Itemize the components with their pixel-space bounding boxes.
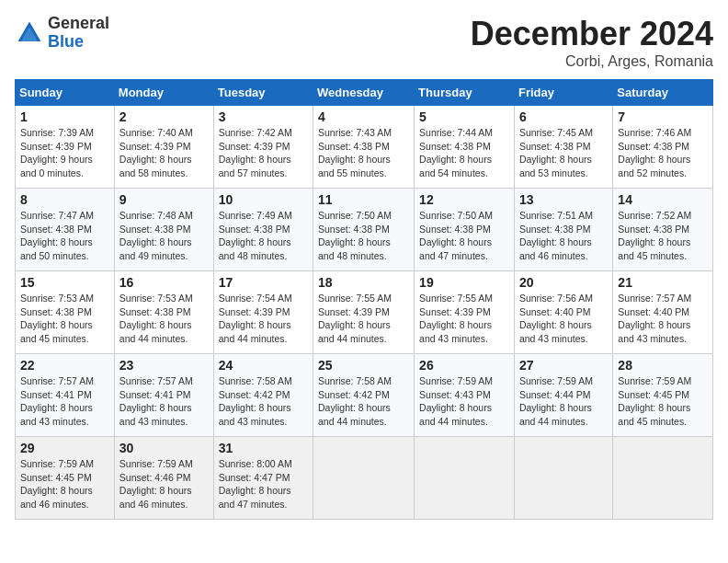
- day-number: 3: [219, 109, 308, 124]
- calendar-cell: 9Sunrise: 7:48 AMSunset: 4:38 PMDaylight…: [114, 189, 213, 271]
- logo-text: General Blue: [48, 15, 109, 52]
- day-info: Sunrise: 7:58 AMSunset: 4:42 PMDaylight:…: [318, 374, 409, 429]
- day-number: 26: [419, 358, 509, 373]
- calendar-cell: [514, 437, 612, 520]
- day-info: Sunrise: 7:53 AMSunset: 4:38 PMDaylight:…: [20, 292, 109, 346]
- month-title: December 2024: [471, 15, 713, 53]
- day-number: 5: [419, 109, 509, 124]
- calendar-cell: [415, 437, 515, 520]
- day-number: 11: [318, 192, 409, 207]
- day-number: 18: [318, 275, 409, 290]
- day-number: 2: [119, 109, 209, 124]
- calendar-week-row: 8Sunrise: 7:47 AMSunset: 4:38 PMDaylight…: [16, 189, 713, 271]
- day-number: 23: [119, 358, 209, 373]
- calendar-cell: 28Sunrise: 7:59 AMSunset: 4:45 PMDayligh…: [613, 354, 713, 437]
- day-info: Sunrise: 7:43 AMSunset: 4:38 PMDaylight:…: [318, 126, 409, 180]
- calendar-cell: [313, 437, 415, 520]
- header-cell-monday: Monday: [114, 80, 213, 106]
- logo-icon: [15, 18, 44, 48]
- calendar-cell: 17Sunrise: 7:54 AMSunset: 4:39 PMDayligh…: [213, 271, 313, 354]
- calendar-week-row: 1Sunrise: 7:39 AMSunset: 4:39 PMDaylight…: [16, 106, 713, 189]
- calendar-cell: 23Sunrise: 7:57 AMSunset: 4:41 PMDayligh…: [114, 354, 213, 437]
- calendar-week-row: 15Sunrise: 7:53 AMSunset: 4:38 PMDayligh…: [16, 271, 713, 354]
- day-number: 27: [519, 358, 608, 373]
- day-info: Sunrise: 7:56 AMSunset: 4:40 PMDaylight:…: [519, 292, 608, 346]
- day-info: Sunrise: 7:39 AMSunset: 4:39 PMDaylight:…: [20, 126, 109, 180]
- day-number: 15: [20, 275, 109, 290]
- calendar-cell: 26Sunrise: 7:59 AMSunset: 4:43 PMDayligh…: [415, 354, 515, 437]
- day-info: Sunrise: 7:47 AMSunset: 4:38 PMDaylight:…: [20, 209, 109, 263]
- day-number: 21: [618, 275, 708, 290]
- header-cell-sunday: Sunday: [16, 80, 115, 106]
- calendar-cell: 10Sunrise: 7:49 AMSunset: 4:38 PMDayligh…: [213, 189, 313, 271]
- calendar-cell: 5Sunrise: 7:44 AMSunset: 4:38 PMDaylight…: [415, 106, 515, 189]
- calendar-week-row: 22Sunrise: 7:57 AMSunset: 4:41 PMDayligh…: [16, 354, 713, 437]
- calendar-cell: 6Sunrise: 7:45 AMSunset: 4:38 PMDaylight…: [514, 106, 612, 189]
- day-number: 20: [519, 275, 608, 290]
- day-number: 7: [618, 109, 708, 124]
- day-number: 19: [419, 275, 509, 290]
- day-info: Sunrise: 7:51 AMSunset: 4:38 PMDaylight:…: [519, 209, 608, 263]
- day-info: Sunrise: 7:42 AMSunset: 4:39 PMDaylight:…: [219, 126, 308, 180]
- day-number: 25: [318, 358, 409, 373]
- day-number: 28: [618, 358, 708, 373]
- header-cell-thursday: Thursday: [415, 80, 515, 106]
- day-info: Sunrise: 7:50 AMSunset: 4:38 PMDaylight:…: [419, 209, 509, 263]
- calendar-cell: 14Sunrise: 7:52 AMSunset: 4:38 PMDayligh…: [613, 189, 713, 271]
- calendar-cell: 29Sunrise: 7:59 AMSunset: 4:45 PMDayligh…: [16, 437, 115, 520]
- day-number: 30: [119, 441, 209, 455]
- day-number: 4: [318, 109, 409, 124]
- day-number: 10: [219, 192, 308, 207]
- day-info: Sunrise: 7:48 AMSunset: 4:38 PMDaylight:…: [119, 209, 209, 263]
- calendar-week-row: 29Sunrise: 7:59 AMSunset: 4:45 PMDayligh…: [16, 437, 713, 520]
- day-number: 14: [618, 192, 708, 207]
- day-number: 29: [20, 441, 109, 455]
- calendar-cell: 2Sunrise: 7:40 AMSunset: 4:39 PMDaylight…: [114, 106, 213, 189]
- day-info: Sunrise: 7:59 AMSunset: 4:43 PMDaylight:…: [419, 374, 509, 429]
- calendar-cell: 21Sunrise: 7:57 AMSunset: 4:40 PMDayligh…: [613, 271, 713, 354]
- page-header: General Blue December 2024 Corbi, Arges,…: [15, 15, 713, 70]
- day-number: 24: [219, 358, 308, 373]
- logo-general: General: [48, 14, 109, 32]
- day-info: Sunrise: 7:59 AMSunset: 4:46 PMDaylight:…: [119, 457, 209, 511]
- calendar-cell: 19Sunrise: 7:55 AMSunset: 4:39 PMDayligh…: [415, 271, 515, 354]
- day-info: Sunrise: 7:55 AMSunset: 4:39 PMDaylight:…: [419, 292, 509, 346]
- calendar-body: 1Sunrise: 7:39 AMSunset: 4:39 PMDaylight…: [16, 106, 713, 520]
- day-info: Sunrise: 8:00 AMSunset: 4:47 PMDaylight:…: [219, 457, 308, 511]
- day-info: Sunrise: 7:58 AMSunset: 4:42 PMDaylight:…: [219, 374, 308, 429]
- day-info: Sunrise: 7:49 AMSunset: 4:38 PMDaylight:…: [219, 209, 308, 263]
- logo: General Blue: [15, 15, 109, 52]
- calendar-cell: 16Sunrise: 7:53 AMSunset: 4:38 PMDayligh…: [114, 271, 213, 354]
- day-info: Sunrise: 7:44 AMSunset: 4:38 PMDaylight:…: [419, 126, 509, 180]
- day-info: Sunrise: 7:46 AMSunset: 4:38 PMDaylight:…: [618, 126, 708, 180]
- header-cell-tuesday: Tuesday: [213, 80, 313, 106]
- day-info: Sunrise: 7:59 AMSunset: 4:45 PMDaylight:…: [20, 457, 109, 511]
- day-info: Sunrise: 7:52 AMSunset: 4:38 PMDaylight:…: [618, 209, 708, 263]
- day-number: 6: [519, 109, 608, 124]
- calendar-cell: 3Sunrise: 7:42 AMSunset: 4:39 PMDaylight…: [213, 106, 313, 189]
- calendar-cell: 22Sunrise: 7:57 AMSunset: 4:41 PMDayligh…: [16, 354, 115, 437]
- logo-blue: Blue: [48, 32, 84, 51]
- calendar-cell: 7Sunrise: 7:46 AMSunset: 4:38 PMDaylight…: [613, 106, 713, 189]
- calendar-cell: 25Sunrise: 7:58 AMSunset: 4:42 PMDayligh…: [313, 354, 415, 437]
- day-info: Sunrise: 7:53 AMSunset: 4:38 PMDaylight:…: [119, 292, 209, 346]
- day-number: 31: [219, 441, 308, 455]
- calendar-cell: 20Sunrise: 7:56 AMSunset: 4:40 PMDayligh…: [514, 271, 612, 354]
- calendar-cell: [613, 437, 713, 520]
- day-number: 13: [519, 192, 608, 207]
- calendar-cell: 18Sunrise: 7:55 AMSunset: 4:39 PMDayligh…: [313, 271, 415, 354]
- day-number: 22: [20, 358, 109, 373]
- calendar-cell: 12Sunrise: 7:50 AMSunset: 4:38 PMDayligh…: [415, 189, 515, 271]
- day-info: Sunrise: 7:45 AMSunset: 4:38 PMDaylight:…: [519, 126, 608, 180]
- day-info: Sunrise: 7:54 AMSunset: 4:39 PMDaylight:…: [219, 292, 308, 346]
- calendar-cell: 8Sunrise: 7:47 AMSunset: 4:38 PMDaylight…: [16, 189, 115, 271]
- calendar-cell: 30Sunrise: 7:59 AMSunset: 4:46 PMDayligh…: [114, 437, 213, 520]
- calendar-cell: 4Sunrise: 7:43 AMSunset: 4:38 PMDaylight…: [313, 106, 415, 189]
- calendar-cell: 31Sunrise: 8:00 AMSunset: 4:47 PMDayligh…: [213, 437, 313, 520]
- day-number: 9: [119, 192, 209, 207]
- day-info: Sunrise: 7:57 AMSunset: 4:41 PMDaylight:…: [119, 374, 209, 429]
- calendar-cell: 15Sunrise: 7:53 AMSunset: 4:38 PMDayligh…: [16, 271, 115, 354]
- header-cell-friday: Friday: [514, 80, 612, 106]
- day-number: 8: [20, 192, 109, 207]
- header-cell-saturday: Saturday: [613, 80, 713, 106]
